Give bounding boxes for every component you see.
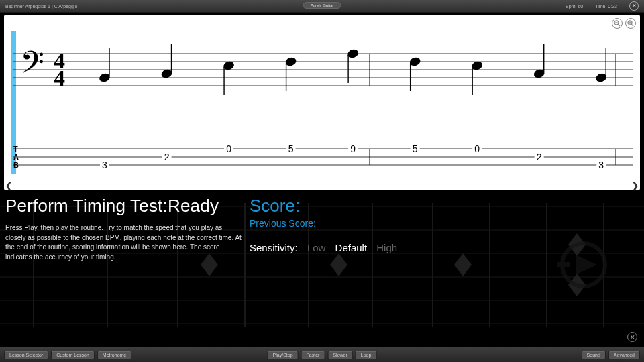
close-icon: ✕ [632, 3, 637, 9]
close-button[interactable]: ✕ [629, 1, 639, 11]
svg-text:B: B [13, 161, 19, 169]
score-label: Score: [250, 196, 397, 217]
scroll-right-button[interactable]: ❯ [632, 181, 639, 190]
svg-text:T: T [13, 145, 18, 153]
bottom-toolbar: Lesson Selector Custom Lesson Metronome … [0, 347, 644, 362]
faster-button[interactable]: Faster [301, 351, 325, 359]
svg-text:2: 2 [537, 152, 542, 162]
svg-text:9: 9 [350, 143, 356, 154]
notation-panel: 𝄢44TAB320595023 ❮ ❯ [4, 15, 640, 190]
musical-staff: 𝄢44TAB320595023 [4, 15, 640, 182]
svg-rect-85 [557, 262, 570, 267]
svg-text:2: 2 [164, 152, 170, 162]
sound-button[interactable]: Sound [582, 351, 606, 359]
svg-text:A: A [13, 153, 19, 161]
time-label: Time: 0:23 [595, 4, 617, 9]
panel-close-button[interactable]: ✕ [627, 332, 637, 342]
svg-text:5: 5 [413, 143, 418, 154]
svg-marker-82 [568, 274, 586, 296]
sensitivity-option-low[interactable]: Low [307, 242, 326, 253]
lesson-selector-button[interactable]: Lesson Selector [4, 351, 48, 359]
close-icon: ✕ [630, 334, 635, 341]
svg-text:3: 3 [598, 160, 604, 170]
play-stop-button[interactable]: Play/Stop [268, 351, 299, 359]
svg-text:4: 4 [54, 66, 65, 90]
svg-text:0: 0 [226, 143, 231, 154]
sensitivity-row: Sensitivity: Low Default High [250, 242, 397, 253]
sensitivity-option-default[interactable]: Default [335, 242, 368, 253]
sensitivity-option-high[interactable]: High [376, 242, 397, 253]
advanced-button[interactable]: Advanced [608, 351, 640, 359]
svg-text:3: 3 [102, 160, 107, 170]
svg-text:5: 5 [288, 143, 294, 154]
svg-text:𝄢: 𝄢 [20, 46, 44, 87]
previous-score-label: Previous Score: [250, 218, 397, 229]
scroll-left-button[interactable]: ❮ [5, 181, 12, 190]
loop-button[interactable]: Loop [356, 351, 377, 359]
svg-text:0: 0 [474, 143, 480, 154]
breadcrumb: Beginner Arpeggios 1 | C Arpeggio [5, 4, 77, 9]
top-bar: Beginner Arpeggios 1 | C Arpeggio Purely… [0, 0, 644, 13]
slower-button[interactable]: Slower [327, 351, 352, 359]
sensitivity-label: Sensitivity: [250, 242, 298, 253]
bpm-label: Bpm: 60 [566, 4, 583, 9]
custom-lesson-button[interactable]: Custom Lesson [51, 351, 95, 359]
metronome-button[interactable]: Metronome [97, 351, 131, 359]
brand-pill: Purely Guitar [303, 2, 341, 9]
score-column: Score: Previous Score: Sensitivity: Low … [250, 196, 397, 253]
timing-instructions: Press Play, then play the routine. Try t… [5, 223, 241, 262]
